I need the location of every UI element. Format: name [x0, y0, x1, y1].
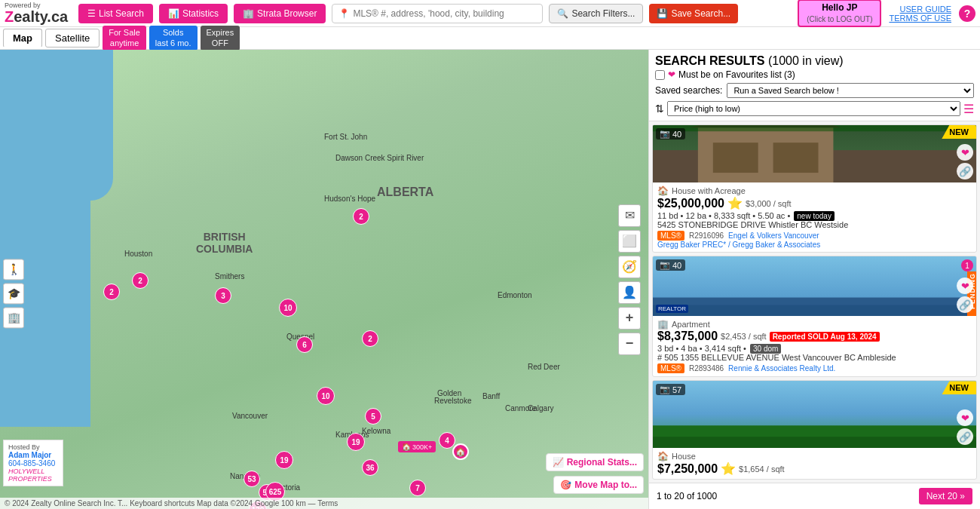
next-page-button[interactable]: Next 20 » — [919, 488, 972, 504]
tab-satellite[interactable]: Satellite — [45, 29, 100, 48]
favourites-checkbox[interactable] — [655, 70, 665, 80]
map-pin[interactable]: 19 — [347, 433, 365, 451]
listing-actions-2: ❤ 🔗 — [957, 277, 973, 313]
map-pin[interactable]: 2 — [362, 330, 378, 347]
logo: Zealty.ca — [5, 9, 72, 24]
city-label-kelowna: Kelowna — [362, 427, 390, 435]
listing-type-1: 🏠 House with Acreage — [657, 186, 972, 196]
map-pin[interactable]: 2 — [103, 284, 120, 300]
listing-mls-2: MLS® R2893486 Rennie & Associates Realty… — [657, 363, 972, 373]
favourite-button-3[interactable]: ❤ — [957, 409, 973, 426]
hosted-by-phone[interactable]: 604-885-3460 — [8, 459, 58, 468]
city-label-houston: Houston — [124, 250, 152, 258]
map-pin[interactable]: 10 — [317, 387, 335, 405]
filter-icon: 🔍 — [557, 8, 568, 19]
share-button-2[interactable]: 🔗 — [957, 296, 973, 313]
toolbar: Map Satellite For Sale anytime Solds las… — [0, 27, 980, 50]
map-pin[interactable]: 7 — [409, 480, 426, 496]
logout-button[interactable]: Hello JP (Click to LOG OUT) — [798, 0, 881, 27]
school-icon-button[interactable]: 🎓 — [3, 283, 24, 304]
strata-browser-button[interactable]: 🏢 Strata Browser — [234, 4, 326, 23]
walk-icon-button[interactable]: 🚶 — [3, 259, 24, 280]
building-icon-button[interactable]: 🏢 — [3, 307, 24, 328]
zoom-out-button[interactable]: − — [618, 333, 641, 355]
map-pin[interactable]: 19 — [275, 451, 293, 469]
map-pin[interactable]: 53 — [243, 471, 260, 487]
statistics-button[interactable]: 📊 Statistics — [159, 4, 228, 23]
regional-stats-button[interactable]: 📈 Regional Stats... — [546, 453, 644, 471]
listing-card-2[interactable]: 📷 40 PENDING 1 ❤ 🔗 REALTOR 🏢 Apartment — [652, 256, 977, 377]
pin-house-special[interactable]: 🏠 — [452, 443, 469, 460]
map-pin[interactable]: 2 — [132, 272, 149, 289]
type-icon-2: 🏢 — [657, 319, 669, 330]
listing-image-2: 📷 40 PENDING 1 ❤ 🔗 REALTOR — [653, 256, 976, 316]
listing-details-2: 3 bd • 4 ba • 3,414 sqft • 30 dom — [657, 344, 972, 353]
list-search-button[interactable]: ☰ List Search — [78, 4, 153, 23]
svg-rect-9 — [653, 305, 976, 317]
compass-icon[interactable]: 🧭 — [618, 256, 641, 278]
search-input-container[interactable]: 📍 — [332, 4, 543, 23]
arrow-icon: 🎯 — [560, 480, 571, 490]
logo-area: Powered by Zealty.ca — [5, 2, 72, 24]
listing-agent2-1[interactable]: Gregg Baker PREC* / Gregg Baker & Associ… — [657, 241, 972, 249]
list-icon: ☰ — [87, 8, 96, 19]
search-placeholder-icon: 📍 — [338, 8, 350, 19]
map-pin[interactable]: 10 — [279, 299, 297, 317]
pin-300k[interactable]: 🏠300K+ — [398, 441, 436, 452]
header: Powered by Zealty.ca ☰ List Search 📊 Sta… — [0, 0, 980, 27]
map-pin[interactable]: 3 — [215, 287, 231, 304]
search-input[interactable] — [353, 8, 536, 19]
map-pin[interactable]: 6 — [296, 336, 313, 353]
favourites-row: ❤ Must be on Favourites list (3) — [655, 69, 974, 80]
list-view-icon[interactable]: ☰ — [963, 102, 974, 116]
listing-card-3[interactable]: 📷 57 NEW ❤ 🔗 🏠 House $7,250,000 — [652, 380, 977, 480]
map-pin[interactable]: 2 — [353, 208, 369, 225]
sort-select[interactable]: Price (high to low) — [667, 101, 960, 116]
map-pin[interactable]: 4 — [439, 432, 455, 449]
map-pin[interactable]: 5 — [365, 408, 381, 425]
listing-card-1[interactable]: 📷 40 NEW ❤ 🔗 🏠 House with Acreage $25,00… — [652, 124, 977, 253]
favourite-button-2[interactable]: ❤ — [957, 277, 973, 294]
listing-body-3: 🏠 House $7,250,000 ⭐ $1,654 / sqft — [653, 448, 976, 479]
help-button[interactable]: ? — [959, 5, 975, 22]
results-title: SEARCH RESULTS (1000 in view) — [655, 54, 974, 68]
map-area[interactable]: BRITISHCOLUMBIA ALBERTA Houston Smithers… — [0, 50, 648, 509]
share-button-1[interactable]: 🔗 — [957, 163, 973, 179]
favourite-button-1[interactable]: ❤ — [957, 144, 973, 161]
stats-icon: 📊 — [168, 8, 179, 19]
terms-link[interactable]: TERMS OF USE — [889, 14, 951, 23]
listing-address-2: # 505 1355 BELLEVUE AVENUE West Vancouve… — [657, 353, 972, 362]
user-guide-link[interactable]: USER GUIDE — [889, 5, 951, 14]
search-filters-button[interactable]: 🔍 Search Filters... — [549, 4, 643, 23]
save-search-button[interactable]: 💾 Save Search... — [649, 4, 738, 23]
realtor-badge-2: REALTOR — [656, 305, 688, 313]
listing-details-1: 11 bd • 12 ba • 8,333 sqft • 5.50 ac • n… — [657, 211, 972, 220]
tab-map[interactable]: Map — [3, 29, 42, 48]
for-sale-button[interactable]: For Sale anytime — [103, 26, 146, 50]
listing-agent-1[interactable]: Engel & Volkers Vancouver — [728, 232, 819, 240]
zoom-in-button[interactable]: + — [618, 307, 641, 330]
city-label-canmore: Canmore — [505, 404, 536, 412]
saved-searches-select[interactable]: Run a Saved Search below ! — [727, 83, 974, 98]
hosted-by-agent[interactable]: Adam Major — [8, 451, 58, 459]
strata-icon: 🏢 — [243, 8, 254, 19]
listing-img-bg-2 — [653, 256, 976, 316]
listing-actions-1: ❤ 🔗 — [957, 144, 973, 179]
sort-row: ⇅ Price (high to low) ☰ — [655, 101, 974, 116]
listing-price-3: $7,250,000 ⭐ $1,654 / sqft — [657, 461, 972, 476]
map-pin[interactable]: 36 — [362, 459, 378, 476]
envelope-icon[interactable]: ✉ — [618, 204, 641, 227]
listing-actions-3: ❤ 🔗 — [957, 409, 973, 445]
square-icon[interactable]: ⬜ — [618, 230, 641, 253]
svg-rect-4 — [773, 143, 819, 173]
city-label-reddeer: Red Deer — [528, 363, 560, 371]
move-map-button[interactable]: 🎯 Move Map to... — [553, 476, 644, 494]
hosted-by-company: HOLYWELL PROPERTIES — [8, 468, 58, 483]
city-label-banff: Banff — [482, 392, 500, 400]
share-button-3[interactable]: 🔗 — [957, 428, 973, 445]
listing-agent-2[interactable]: Rennie & Associates Realty Ltd. — [728, 364, 835, 373]
solds-button[interactable]: Solds last 6 mo. — [149, 26, 198, 50]
person-icon[interactable]: 👤 — [618, 281, 641, 304]
expires-button[interactable]: Expires OFF — [201, 26, 240, 50]
photo-count-3: 📷 57 — [656, 384, 685, 395]
